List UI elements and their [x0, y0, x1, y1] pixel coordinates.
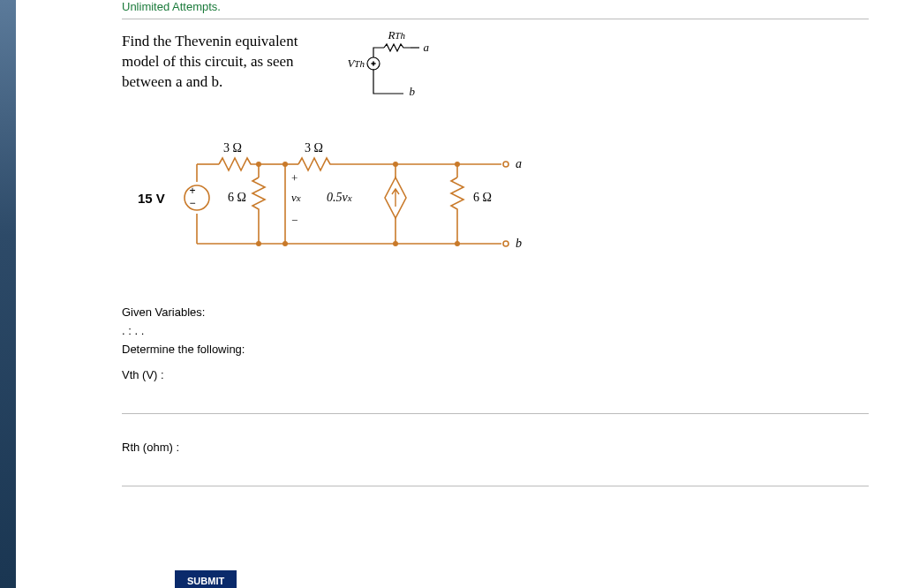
svg-point-7: [394, 162, 397, 166]
attempts-label: Unlimited Attempts.: [122, 0, 869, 13]
terminal-b: b: [516, 237, 522, 251]
divider-top: [122, 19, 869, 19]
svg-point-6: [283, 162, 287, 166]
vx-plus: +: [291, 171, 298, 185]
svg-text:+: +: [189, 185, 195, 197]
thevenin-model-diagram: RTh VTh a b: [350, 32, 439, 102]
vth-input-line[interactable]: [122, 413, 869, 414]
determine-heading: Determine the following:: [122, 343, 869, 356]
svg-point-9: [257, 242, 260, 245]
rth-input-line[interactable]: [122, 486, 869, 486]
rth-label: RTh: [388, 28, 405, 42]
svg-point-4: [185, 185, 209, 210]
terminal-b: b: [409, 85, 415, 99]
vth-label: VTh: [347, 57, 365, 71]
vth-field-label: Vth (V) :: [122, 368, 869, 381]
svg-text:−: −: [189, 197, 195, 209]
svg-point-5: [257, 162, 260, 166]
vx-minus: −: [291, 214, 298, 228]
svg-point-2: [503, 162, 508, 167]
rth-field-label: Rth (ohm) :: [122, 441, 869, 454]
r3-label: 6 Ω: [228, 191, 246, 205]
svg-point-8: [456, 162, 459, 166]
svg-point-12: [456, 242, 459, 245]
svg-point-11: [394, 242, 397, 245]
prompt-line: model of this circuit, as seen: [122, 53, 294, 70]
problem-statement: Find the Thevenin equivalent model of th…: [122, 32, 298, 93]
problem-page: Unlimited Attempts. Find the Thevenin eq…: [16, 0, 904, 588]
given-variables-dots: . : . .: [122, 324, 869, 337]
r1-label: 3 Ω: [223, 141, 242, 155]
circuit-diagram: + − 15 V 3 Ω 3 Ω 6 Ω 6 Ω + vx − 0.5vx a …: [122, 129, 563, 288]
terminal-a: a: [516, 157, 522, 171]
r2-label: 3 Ω: [305, 141, 323, 155]
prompt-line: between a and b.: [122, 73, 222, 90]
dependent-source-label: 0.5vx: [327, 191, 352, 205]
background-strip: [0, 0, 16, 588]
vx-label: vx: [291, 191, 301, 205]
given-variables-heading: Given Variables:: [122, 305, 869, 319]
svg-point-3: [503, 241, 508, 246]
prompt-line: Find the Thevenin equivalent: [122, 33, 298, 49]
submit-button[interactable]: SUBMIT: [175, 570, 237, 588]
svg-point-10: [283, 242, 287, 245]
voltage-source-label: 15 V: [138, 191, 165, 206]
terminal-a: a: [423, 41, 429, 55]
r4-label: 6 Ω: [473, 191, 492, 205]
